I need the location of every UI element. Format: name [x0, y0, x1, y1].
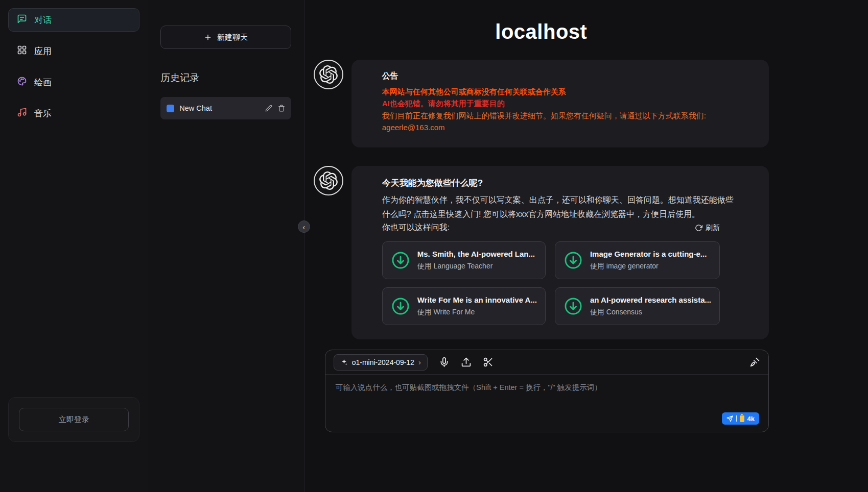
music-note-icon — [17, 107, 27, 120]
suggestion-title: an AI-powered research assista... — [590, 296, 711, 304]
battery-icon — [740, 415, 744, 422]
assistant-avatar — [314, 60, 343, 89]
pencil-icon[interactable] — [265, 105, 272, 112]
login-button[interactable]: 立即登录 — [19, 408, 129, 431]
app-root: 对话 应用 绘画 音乐 立即登录 — [0, 0, 868, 492]
suggestion-text: an AI-powered research assista... 使用 Con… — [590, 296, 711, 317]
chat-title: New Chat — [179, 104, 260, 112]
announcement-bubble: 公告 本网站与任何其他公司或商标没有任何关联或合作关系 AI也会犯错。请勿将其用… — [351, 60, 769, 147]
token-count: 4k — [747, 415, 755, 423]
suggestion-title: Ms. Smith, the AI-powered Lan... — [417, 250, 535, 258]
sidebar: 对话 应用 绘画 音乐 立即登录 — [0, 0, 148, 492]
new-chat-button[interactable]: 新建聊天 — [160, 26, 291, 49]
message-list: 公告 本网站与任何其他公司或商标没有任何关联或合作关系 AI也会犯错。请勿将其用… — [314, 60, 769, 339]
model-name: o1-mini-2024-09-12 — [352, 358, 414, 366]
suggestion-title: Write For Me is an innovative A... — [417, 296, 537, 304]
page-title: localhost — [314, 20, 769, 43]
sidebar-item-drawing[interactable]: 绘画 — [8, 70, 139, 94]
token-count-badge[interactable]: 4k — [722, 412, 759, 425]
sidebar-item-apps[interactable]: 应用 — [8, 39, 139, 63]
refresh-suggestions-button[interactable]: 刷新 — [695, 224, 720, 233]
suggestion-subtitle: 使用 Consensus — [590, 308, 711, 317]
sidebar-item-label: 对话 — [34, 14, 52, 26]
chevron-right-icon: › — [418, 358, 421, 366]
openai-logo-icon — [319, 171, 338, 190]
sidebar-item-label: 音乐 — [34, 108, 52, 119]
trash-icon[interactable] — [278, 105, 285, 112]
login-panel: 立即登录 — [8, 397, 139, 442]
chat-list-panel: 新建聊天 历史记录 New Chat ‹ — [148, 0, 304, 492]
paper-plane-icon — [726, 415, 733, 422]
composer-toolbar: o1-mini-2024-09-12 › — [325, 350, 768, 375]
message-input[interactable]: 可输入说点什么，也可贴截图或拖拽文件（Shift + Enter = 换行，"/… — [325, 375, 768, 432]
suggestion-subtitle: 使用 Language Teacher — [417, 262, 535, 271]
suggestion-card[interactable]: Write For Me is an innovative A... 使用 Wr… — [382, 287, 546, 325]
announcement-line: 本网站与任何其他公司或商标没有任何关联或合作关系 — [382, 86, 738, 97]
announcement-contact-email: ageerle@163.com — [382, 121, 738, 133]
sidebar-item-label: 应用 — [34, 45, 52, 57]
chat-history-item[interactable]: New Chat — [160, 97, 291, 119]
broom-icon[interactable] — [749, 357, 760, 367]
assistant-avatar — [314, 166, 343, 195]
refresh-icon — [695, 224, 702, 232]
chat-bubble-icon — [17, 14, 27, 27]
new-chat-label: 新建聊天 — [217, 33, 248, 42]
microphone-icon[interactable] — [439, 357, 450, 367]
circle-down-arrow-icon — [391, 251, 410, 270]
scissors-icon[interactable] — [483, 357, 494, 367]
announcement-title: 公告 — [382, 71, 738, 82]
welcome-title: 今天我能为您做些什么呢? — [382, 177, 738, 189]
suggestion-grid: Ms. Smith, the AI-powered Lan... 使用 Lang… — [382, 241, 738, 325]
composer: o1-mini-2024-09-12 › 可输入说点什么，也可贴截图 — [325, 350, 769, 432]
suggestion-subtitle: 使用 Write For Me — [417, 308, 537, 317]
sidebar-item-label: 绘画 — [34, 77, 52, 88]
input-placeholder: 可输入说点什么，也可贴截图或拖拽文件（Shift + Enter = 换行，"/… — [336, 383, 602, 391]
welcome-bubble: 今天我能为您做些什么呢? 作为你的智慧伙伴，我不仅可以写文案、出点子，还可以和你… — [351, 166, 769, 339]
suggestion-text: Ms. Smith, the AI-powered Lan... 使用 Lang… — [417, 250, 535, 271]
assistant-message: 今天我能为您做些什么呢? 作为你的智慧伙伴，我不仅可以写文案、出点子，还可以和你… — [314, 166, 769, 339]
circle-down-arrow-icon — [391, 297, 410, 316]
model-selector-button[interactable]: o1-mini-2024-09-12 › — [334, 354, 428, 371]
apps-grid-icon — [17, 45, 27, 58]
suggestion-title: Image Generator is a cutting-e... — [590, 250, 707, 258]
welcome-body: 作为你的智慧伙伴，我不仅可以写文案、出点子，还可以和你聊天、回答问题。想知道我还… — [382, 193, 738, 222]
collapse-sidebar-button[interactable]: ‹ — [298, 220, 310, 233]
chat-item-actions — [265, 105, 285, 112]
main-chat-area: localhost 公告 本网站与任何其他公司或商标没有任何关联或合作关系 AI… — [304, 0, 868, 492]
sidebar-item-music[interactable]: 音乐 — [8, 102, 139, 125]
suggestion-text: Image Generator is a cutting-e... 使用 ima… — [590, 250, 707, 271]
sparkle-icon — [340, 358, 348, 366]
announcement-line: 我们目前正在修复我们网站上的错误并改进细节。如果您有任何疑问，请通过以下方式联系… — [382, 110, 738, 121]
circle-down-arrow-icon — [564, 297, 583, 316]
openai-logo-icon — [319, 65, 338, 84]
sidebar-item-chat[interactable]: 对话 — [8, 8, 139, 32]
suggestion-card[interactable]: an AI-powered research assista... 使用 Con… — [555, 287, 720, 325]
suggestion-subtitle: 使用 image generator — [590, 262, 707, 271]
ask-hint: 你也可以这样问我: — [382, 223, 450, 233]
suggestion-text: Write For Me is an innovative A... 使用 Wr… — [417, 296, 537, 317]
assistant-message: 公告 本网站与任何其他公司或商标没有任何关联或合作关系 AI也会犯错。请勿将其用… — [314, 60, 769, 147]
refresh-label: 刷新 — [706, 224, 720, 233]
chevron-left-icon: ‹ — [302, 223, 305, 231]
badge-divider — [736, 415, 737, 422]
suggestion-card[interactable]: Image Generator is a cutting-e... 使用 ima… — [555, 241, 720, 279]
chat-color-swatch — [167, 105, 174, 112]
ask-row: 你也可以这样问我: 刷新 — [382, 223, 738, 233]
suggestion-card[interactable]: Ms. Smith, the AI-powered Lan... 使用 Lang… — [382, 241, 546, 279]
announcement-line: AI也会犯错。请勿将其用于重要目的 — [382, 97, 738, 109]
upload-icon[interactable] — [461, 357, 472, 367]
palette-icon — [17, 76, 27, 89]
circle-down-arrow-icon — [564, 251, 583, 270]
plus-icon — [204, 33, 212, 41]
history-title: 历史记录 — [160, 71, 291, 85]
